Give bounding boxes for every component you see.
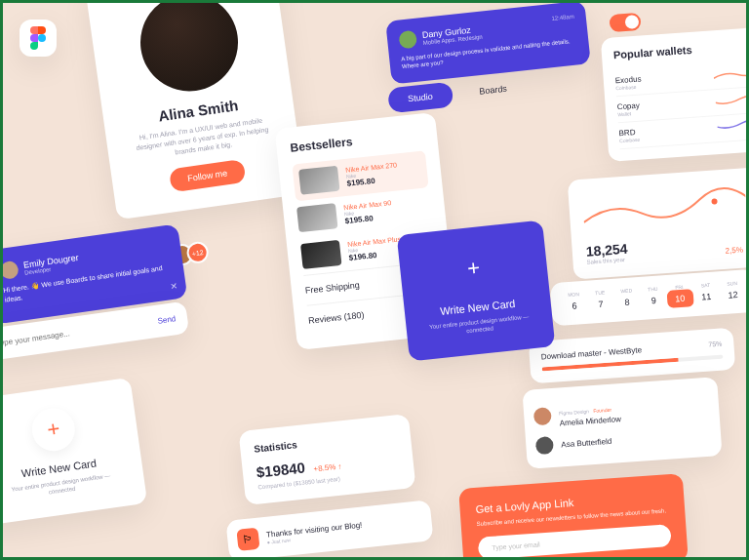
figma-icon [30,26,46,50]
cal-day[interactable]: 10 [666,289,693,308]
shoe-icon [298,166,339,195]
people-card: Figma Design FounderAmelia Minderlow Asa… [522,377,722,469]
cal-day[interactable]: 7 [587,295,614,314]
figma-logo [20,20,57,57]
download-pct: 75% [708,340,722,348]
message-input[interactable] [0,317,158,348]
bestsellers-title: Bestsellers [290,127,424,154]
sparkline-icon [715,92,749,110]
cal-day[interactable]: 12 [719,285,746,304]
shoe-icon [300,240,341,269]
tab-studio[interactable]: Studio [387,82,453,114]
lovly-card: Get a Lovly App Link Subscribe and recei… [458,473,689,560]
sales-chart [582,181,747,232]
shoe-icon [296,203,337,232]
profile-card: Alina Smith Hi, I'm Alina. I'm a UX/UI w… [85,0,306,220]
avatar [0,260,20,280]
download-card: Download master - WestByte 75% [529,328,735,384]
write-new-card-blue[interactable]: + Write New Card Your entire product des… [397,220,556,362]
plus-icon: + [450,245,496,292]
follow-button[interactable]: Follow me [169,159,247,192]
avatar [535,436,554,455]
stats-value: $19840 [256,459,306,480]
stats-pct: +8.5% ↑ [313,461,342,473]
avatar [398,30,417,50]
send-button[interactable]: Send [157,314,177,326]
wallets-title: Popular wallets [613,39,749,61]
svg-point-1 [711,198,717,204]
flag-icon: 🏳 [236,528,259,551]
cal-day[interactable]: 6 [561,297,588,316]
svg-point-0 [38,34,46,42]
tab-boards[interactable]: Boards [458,74,528,106]
sales-pct: 2,5% ↑ [725,245,749,256]
close-icon[interactable]: ✕ [170,281,178,292]
cal-day[interactable]: 11 [692,287,720,306]
stats-title: Statistics [254,428,397,454]
plus-icon: + [29,405,78,454]
email-input[interactable]: Type your email [478,524,672,560]
gurloz-card: Dany Gurloz Mobile Apps. Redesign A big … [385,0,591,84]
toggle-switch[interactable] [609,13,641,32]
write-new-card-light[interactable]: + Write New Card Your entire product des… [0,378,147,526]
profile-avatar [134,0,244,98]
wallets-card: Popular wallets ExodusCoinbase CopayWall… [601,26,749,162]
avatar [533,407,552,425]
sparkline-icon [717,118,749,137]
cal-day[interactable]: 9 [640,291,667,310]
cal-day[interactable]: 8 [613,293,641,312]
sales-card: 18,254 Sales this year 2,5% ↑ [568,167,749,279]
sparkline-icon [713,65,749,84]
stats-card: Statistics $19840 +8.5% ↑ Compared to ($… [239,414,416,505]
thanks-toast: 🏳 Thanks for visiting our Blog! ● Just n… [225,500,433,560]
